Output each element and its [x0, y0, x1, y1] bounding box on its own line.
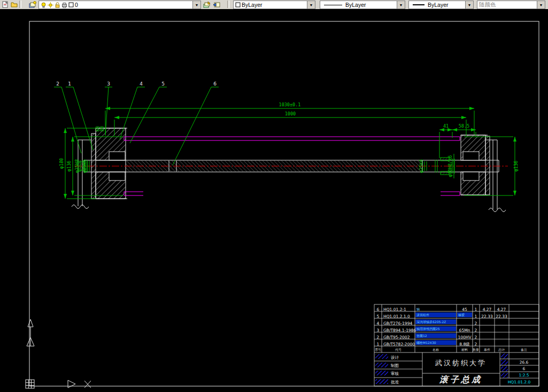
sign-row-label: 设计: [391, 355, 399, 360]
part-material: 45: [462, 307, 467, 312]
current-layer-label: 0: [75, 2, 78, 8]
dim-overall: 1030±0.1: [279, 102, 301, 107]
part-code: GB/T894.1-1986: [383, 328, 416, 333]
toolbar-separator: [227, 1, 229, 8]
part-unit-weight: 4.27: [483, 307, 492, 312]
open-file-button[interactable]: [10, 0, 19, 9]
dim-dia136-left: φ136: [66, 161, 72, 171]
drawing-number: HQ1.01.2.0: [508, 380, 531, 385]
header-material: 材料: [461, 348, 468, 352]
dropdown-arrow-icon[interactable]: ▼: [465, 1, 473, 9]
part-code: GB/T95-2002: [383, 335, 410, 340]
grid-origin-marker: [26, 380, 34, 388]
callout-4: 4: [140, 81, 143, 87]
color-value-label: ByLayer: [242, 2, 263, 8]
part-material: 100HV: [458, 335, 472, 340]
header-total: 总计: [498, 348, 505, 351]
part-material: 8.8级: [459, 342, 470, 347]
part-no: 5: [377, 314, 380, 319]
sign-row-label: 制图: [390, 363, 399, 368]
part-no: 3: [377, 328, 380, 333]
header-no: 序号: [375, 348, 381, 351]
dropdown-arrow-icon[interactable]: ▼: [537, 1, 545, 9]
cross-marker: [84, 381, 91, 388]
linetype-sample-icon: [324, 5, 342, 5]
sign-row-label: 批准: [391, 380, 399, 385]
part-name: 轴用弹性挡圈25: [416, 327, 440, 331]
part-total-weight: 22.33: [496, 314, 507, 319]
part-total-weight: 4.27: [497, 307, 506, 312]
printer-icon: [61, 2, 67, 8]
part-name: 滚筒组件: [416, 313, 429, 317]
dim-58-5: 58.5: [459, 123, 469, 129]
document-icon: [2, 1, 9, 8]
dropdown-arrow-icon[interactable]: ▼: [397, 1, 405, 9]
dim-fit25k6: φ25k6: [82, 159, 87, 173]
callout-1: 1: [68, 81, 71, 87]
model-space-canvas[interactable]: 1030±0.1 1000 41 58.5 60 80 φ180 φ136 φ2…: [0, 9, 548, 392]
lightbulb-icon: [41, 2, 47, 8]
header-remark: 备注: [521, 348, 527, 352]
part-qty: 2: [475, 342, 477, 347]
university-name: 武汉纺织大学: [435, 359, 487, 367]
part-no: 6: [377, 307, 380, 312]
callout-3: 3: [107, 81, 110, 87]
dim-dia180: φ180: [59, 158, 64, 169]
plot-style-combo[interactable]: 随颜色 ▼: [477, 1, 545, 9]
layers-icon: [29, 1, 36, 8]
plot-style-value-label: 随颜色: [477, 1, 496, 9]
part-qty: 2: [475, 335, 477, 340]
dropdown-arrow-icon[interactable]: ▼: [307, 1, 315, 9]
sheet-count: 6: [523, 366, 526, 371]
part-callouts: 2 1 3 4 5 6: [54, 81, 219, 165]
part-qty: 2: [475, 328, 477, 333]
layer-previous-button[interactable]: [212, 0, 221, 9]
layer-combo[interactable]: 0 ▼: [38, 1, 201, 9]
part-name: 垫圈12: [416, 334, 427, 338]
dim-41: 41: [443, 123, 449, 129]
dim-80: 80: [99, 126, 105, 131]
dim-length: 1000: [285, 111, 296, 116]
ucs-icon: [27, 319, 34, 346]
linetype-combo[interactable]: ByLayer ▼: [320, 1, 405, 9]
layer-current-icon: [203, 1, 211, 8]
layer-previous-icon: [213, 1, 220, 8]
weight-value: 26.6: [520, 360, 529, 365]
part-no: 2: [377, 335, 380, 340]
layer-properties-button[interactable]: [28, 0, 37, 9]
dim-dia136-right: φ136: [513, 161, 519, 171]
part-qty: 1: [475, 307, 477, 312]
lock-icon: [55, 2, 60, 8]
part-unit-weight: 22.33: [481, 314, 493, 319]
part-code: GB/T5782-2000: [383, 342, 415, 347]
part-name: 轴: [416, 307, 420, 311]
dropdown-arrow-icon[interactable]: ▼: [192, 1, 200, 9]
linetype-value-label: ByLayer: [345, 2, 366, 8]
header-code: 代号: [395, 348, 402, 351]
part-material: 65Mn: [459, 328, 470, 333]
lineweight-combo[interactable]: ByLayer ▼: [408, 1, 474, 9]
section-arrow-marker: [68, 380, 75, 388]
color-combo[interactable]: ByLayer ▼: [233, 1, 315, 9]
dimension-lines: [65, 108, 515, 199]
cad-drawing: 1030±0.1 1000 41 58.5 60 80 φ180 φ136 φ2…: [0, 9, 548, 392]
top-toolbar: 0 ▼ ByLayer ▼ ByLayer ▼: [0, 0, 548, 10]
part-name: 螺栓M12X30: [416, 341, 436, 345]
layer-make-current-button[interactable]: [202, 0, 211, 9]
part-no: 1: [377, 342, 380, 347]
callout-5: 5: [161, 81, 165, 87]
header-name: 名称: [433, 348, 439, 352]
title-block-right: 26.6 6 1:2.5 HQ1.01.2.0: [501, 354, 531, 385]
title-block: 6 HQ1.01.2-1 轴 45 1 4.27 4.27 5 HQ1.01.2…: [374, 304, 539, 386]
scale-value: 1:2.5: [519, 373, 529, 378]
parts-list: 6 HQ1.01.2-1 轴 45 1 4.27 4.27 5 HQ1.01.2…: [377, 307, 507, 347]
sign-row-label: 审核: [391, 371, 399, 376]
folder-icon: [11, 1, 18, 7]
new-drawing-button[interactable]: [1, 0, 10, 9]
toolbar-separator: [19, 1, 21, 8]
lineweight-value-label: ByLayer: [428, 2, 449, 8]
callout-6: 6: [213, 81, 217, 87]
part-qty: 1: [475, 314, 477, 319]
part-code: HQ1.01.2.1.0: [383, 314, 410, 319]
dim-fit40h8: φ40H8/k6: [447, 155, 453, 177]
